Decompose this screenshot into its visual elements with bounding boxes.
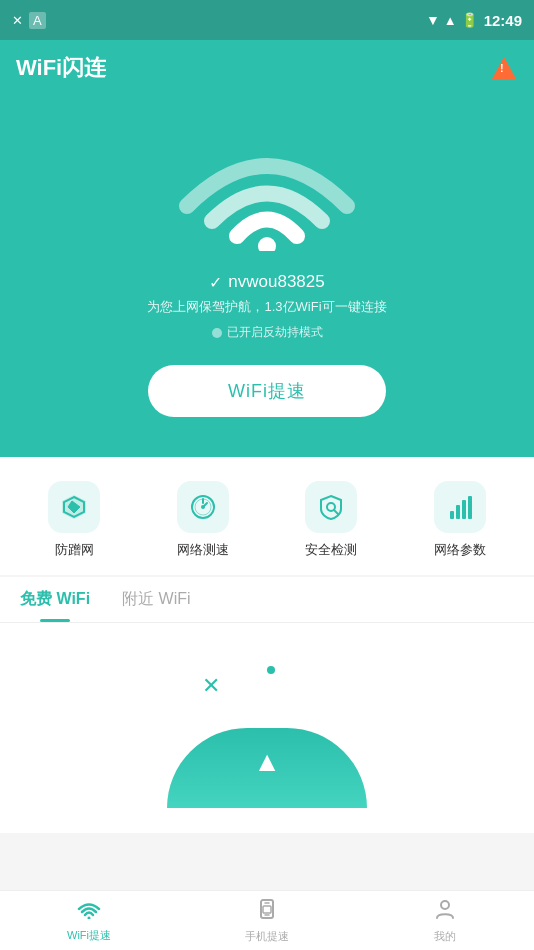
feature-grid: 防蹭网 网络测速 安全检测 xyxy=(0,457,534,575)
status-icon-x: ✕ xyxy=(12,13,23,28)
svg-line-9 xyxy=(334,510,338,514)
nav-wifi-speed[interactable]: WiFi提速 xyxy=(0,899,178,943)
feature-speed-test[interactable]: 网络测速 xyxy=(177,481,229,559)
network-params-label: 网络参数 xyxy=(434,541,486,559)
wifi-nav-icon xyxy=(77,899,101,919)
tab-nearby-wifi-label: 附近 WiFi xyxy=(122,590,190,607)
arrow-up-icon: ▲ xyxy=(253,746,281,778)
status-left-icons: ✕ A xyxy=(12,12,46,29)
speed-test-icon xyxy=(189,493,217,521)
nav-phone-speed[interactable]: 手机提速 xyxy=(178,898,356,944)
nav-phone-speed-label: 手机提速 xyxy=(245,929,289,944)
anti-steal-icon-box xyxy=(48,481,100,533)
nav-wifi-speed-label: WiFi提速 xyxy=(67,928,111,943)
anti-steal-label: 防蹭网 xyxy=(55,541,94,559)
tab-nearby-wifi[interactable]: 附近 WiFi xyxy=(118,577,194,622)
deco-dot xyxy=(267,666,275,674)
checkmark-icon: ✓ xyxy=(209,273,222,292)
status-wifi-icon: ▼ xyxy=(426,12,440,28)
svg-point-7 xyxy=(201,505,205,509)
svg-rect-10 xyxy=(450,511,454,519)
status-battery-icon: 🔋 xyxy=(461,12,478,28)
svg-rect-13 xyxy=(468,496,472,519)
status-time: 12:49 xyxy=(484,12,522,29)
status-signal-icon: ▲ xyxy=(444,13,457,28)
security-check-label: 安全检测 xyxy=(305,541,357,559)
svg-rect-12 xyxy=(462,500,466,519)
nav-person-icon xyxy=(434,898,456,926)
status-bar: ✕ A ▼ ▲ 🔋 12:49 xyxy=(0,0,534,40)
tab-active-indicator xyxy=(40,619,70,622)
feature-network-params[interactable]: 网络参数 xyxy=(434,481,486,559)
nav-wifi-icon xyxy=(77,899,101,925)
deco-cross-icon: ✕ xyxy=(202,673,220,699)
network-params-icon xyxy=(446,493,474,521)
svg-rect-11 xyxy=(456,505,460,519)
nav-phone-icon xyxy=(256,898,278,926)
app-title: WiFi闪连 xyxy=(16,53,106,83)
tab-free-wifi-label: 免费 WiFi xyxy=(20,590,90,607)
warning-icon-button[interactable] xyxy=(490,54,518,82)
content-area: ✕ ▲ xyxy=(0,623,534,833)
svg-point-14 xyxy=(88,916,91,919)
anti-steal-icon xyxy=(60,493,88,521)
network-ssid: nvwou83825 xyxy=(228,272,324,292)
security-check-icon xyxy=(317,493,345,521)
warning-triangle-icon xyxy=(492,57,516,79)
speed-test-icon-box xyxy=(177,481,229,533)
status-icon-a: A xyxy=(29,12,46,29)
svg-point-0 xyxy=(258,237,276,251)
security-check-icon-box xyxy=(305,481,357,533)
hero-section: ✓ nvwou83825 为您上网保驾护航，1.3亿WiFi可一键连接 已开启反… xyxy=(0,96,534,457)
person-nav-icon xyxy=(434,898,456,920)
status-right-icons: ▼ ▲ 🔋 12:49 xyxy=(426,12,522,29)
anti-hijack-label: 已开启反劫持模式 xyxy=(227,324,323,341)
tab-free-wifi[interactable]: 免费 WiFi xyxy=(16,577,94,622)
svg-rect-17 xyxy=(263,906,271,913)
connection-name: ✓ nvwou83825 xyxy=(209,272,324,292)
app-header: WiFi闪连 xyxy=(0,40,534,96)
connection-subtitle: 为您上网保驾护航，1.3亿WiFi可一键连接 xyxy=(147,298,386,316)
wifi-icon-container xyxy=(177,116,357,256)
feature-security-check[interactable]: 安全检测 xyxy=(305,481,357,559)
speed-test-label: 网络测速 xyxy=(177,541,229,559)
svg-point-19 xyxy=(441,901,449,909)
wifi-speed-button[interactable]: WiFi提速 xyxy=(148,365,386,417)
feature-anti-steal[interactable]: 防蹭网 xyxy=(48,481,100,559)
tabs-section: 免费 WiFi 附近 WiFi xyxy=(0,577,534,623)
phone-nav-icon xyxy=(256,898,278,920)
anti-hijack-status: 已开启反劫持模式 xyxy=(212,324,323,341)
nav-mine[interactable]: 我的 xyxy=(356,898,534,944)
nav-mine-label: 我的 xyxy=(434,929,456,944)
free-wifi-illustration: ✕ ▲ xyxy=(167,648,367,808)
network-params-icon-box xyxy=(434,481,486,533)
wifi-signal-icon xyxy=(177,121,357,251)
bottom-nav: WiFi提速 手机提速 我的 xyxy=(0,890,534,950)
anti-hijack-dot xyxy=(212,328,222,338)
